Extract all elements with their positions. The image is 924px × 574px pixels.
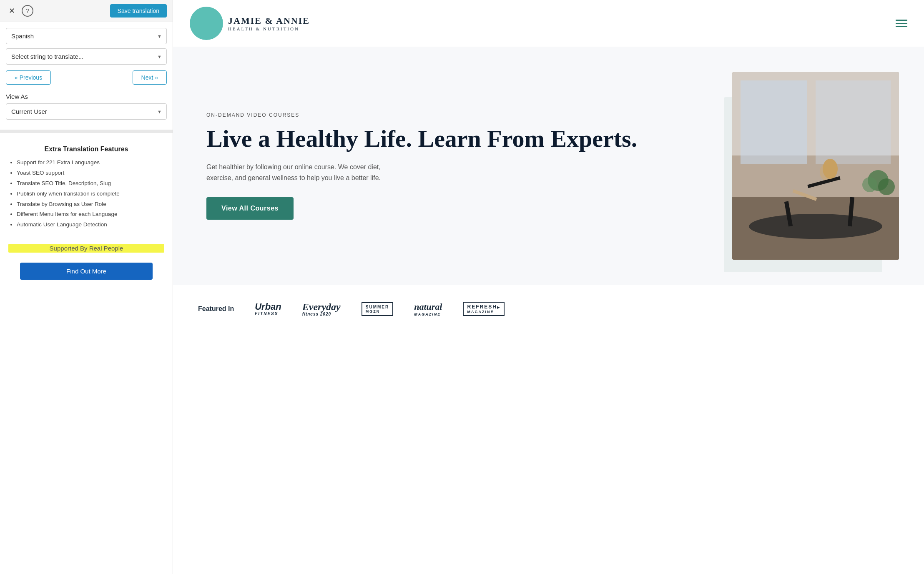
featured-logos: Urban fitness Everyday fitness 2020 SUMM…	[255, 301, 505, 316]
logo-text: JAMIE & ANNIE HEALTH & NUTRITION	[228, 15, 310, 31]
brand-sub: HEALTH & NUTRITION	[228, 26, 310, 31]
svg-point-13	[878, 178, 895, 195]
next-button[interactable]: Next »	[133, 70, 167, 85]
featured-section: Featured In Urban fitness Everyday fitne…	[173, 285, 924, 333]
hamburger-button[interactable]	[896, 20, 907, 27]
site-header: JAMIE & ANNIE HEALTH & NUTRITION	[173, 0, 924, 47]
hamburger-line	[896, 26, 907, 27]
svg-point-5	[749, 214, 882, 239]
hero-headline: Live a Healthy Life. Learn From Experts.	[206, 125, 716, 152]
view-all-courses-button[interactable]: View All Courses	[206, 197, 294, 220]
hero-image	[732, 72, 899, 260]
view-as-label: View As	[6, 93, 167, 100]
list-item: Automatic User Language Detection	[17, 221, 164, 229]
top-bar: ✕ ? Save translation	[0, 0, 173, 22]
supported-by-text: Supported By Real People	[8, 244, 164, 253]
featured-label: Featured In	[198, 305, 234, 313]
left-panel: ✕ ? Save translation Spanish French Germ…	[0, 0, 173, 574]
hero-text: ON-DEMAND VIDEO COURSES Live a Healthy L…	[206, 112, 716, 220]
featured-logo-summer: SUMMER MGZN	[362, 302, 393, 316]
featured-logo-urban: Urban fitness	[255, 302, 281, 316]
current-user-select[interactable]: Current User Subscriber Editor Administr…	[6, 103, 167, 120]
list-item: Yoast SEO support	[17, 169, 164, 177]
hamburger-line	[896, 23, 907, 24]
find-out-more-button[interactable]: Find Out More	[20, 263, 153, 280]
featured-logo-refresh: REFRESH▶ MAGAZINE	[463, 302, 504, 316]
current-user-select-wrapper: Current User Subscriber Editor Administr…	[6, 103, 167, 120]
list-item: Support for 221 Extra Languages	[17, 159, 164, 167]
svg-point-14	[862, 177, 877, 192]
help-button[interactable]: ?	[22, 5, 33, 17]
save-translation-button[interactable]: Save translation	[110, 4, 167, 18]
featured-logo-natural: natural magazine	[414, 301, 442, 316]
list-item: Different Menu Items for each Language	[17, 211, 164, 218]
hero-subtext: Get healthier by following our online co…	[206, 162, 382, 183]
hero-section: ON-DEMAND VIDEO COURSES Live a Healthy L…	[173, 47, 924, 285]
extra-features-section: Extra Translation Features Support for 2…	[0, 137, 173, 286]
language-select-wrapper: Spanish French German	[6, 28, 167, 44]
list-item: Translate SEO Title, Description, Slug	[17, 180, 164, 188]
close-button[interactable]: ✕	[6, 5, 18, 17]
string-select-wrapper: Select string to translate...	[6, 48, 167, 65]
extra-features-title: Extra Translation Features	[8, 145, 164, 153]
string-select[interactable]: Select string to translate...	[6, 48, 167, 65]
main-content: JAMIE & ANNIE HEALTH & NUTRITION ON-DEMA…	[173, 0, 924, 574]
list-item: Publish only when translation is complet…	[17, 190, 164, 198]
hamburger-line	[896, 20, 907, 21]
logo-circle	[190, 7, 223, 40]
brand-name: JAMIE & ANNIE	[228, 15, 310, 26]
nav-buttons: « Previous Next »	[6, 70, 167, 85]
supported-wrapper: Supported By Real People	[8, 236, 164, 258]
hero-image-area	[732, 72, 899, 260]
logo-area: JAMIE & ANNIE HEALTH & NUTRITION	[190, 7, 310, 40]
svg-point-11	[823, 159, 838, 179]
extra-features-list: Support for 221 Extra Languages Yoast SE…	[8, 159, 164, 229]
view-as-section: View As Current User Subscriber Editor A…	[0, 90, 173, 125]
svg-rect-2	[741, 80, 807, 164]
language-select[interactable]: Spanish French German	[6, 28, 167, 44]
hero-eyebrow: ON-DEMAND VIDEO COURSES	[206, 112, 716, 118]
thick-divider	[0, 130, 173, 133]
previous-button[interactable]: « Previous	[6, 70, 51, 85]
svg-rect-3	[816, 80, 891, 164]
featured-logo-everyday: Everyday fitness 2020	[302, 302, 341, 316]
controls-area: Spanish French German Select string to t…	[0, 22, 173, 90]
list-item: Translate by Browsing as User Role	[17, 201, 164, 208]
